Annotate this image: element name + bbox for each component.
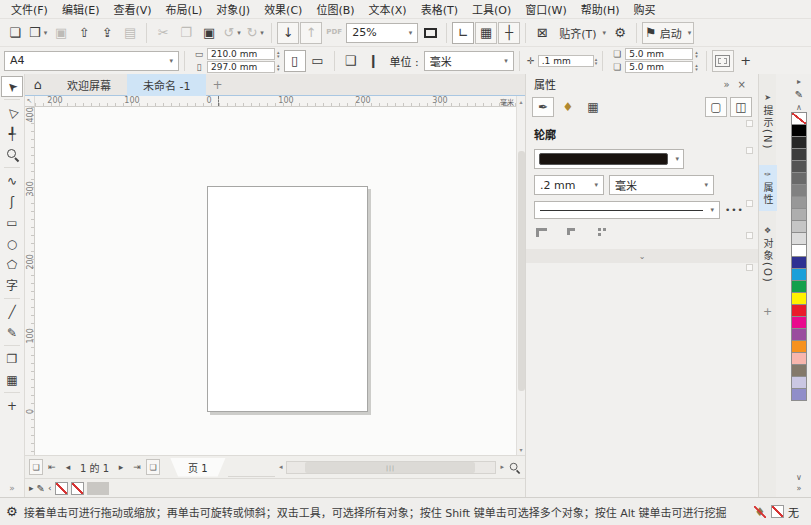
freehand-tool[interactable]: ∿ — [1, 170, 23, 191]
line-style-settings-button[interactable]: ••• — [725, 205, 744, 215]
snap-off[interactable]: ⊠ — [531, 22, 553, 44]
last-page-button[interactable]: ⇥ — [130, 459, 144, 475]
add-docker-button[interactable]: + — [763, 305, 772, 318]
page-width-spinner[interactable]: ▴▾ — [277, 50, 280, 58]
page-tab[interactable]: 页 1 — [170, 458, 226, 477]
duplicate-y-spinner[interactable]: ▴▾ — [695, 63, 698, 71]
palette-scroll-down-icon[interactable]: ∨ — [796, 472, 802, 483]
drop-shadow-tool[interactable]: ❐ — [1, 348, 23, 369]
paste[interactable]: ▣ — [198, 22, 220, 44]
document-palette-scroll[interactable] — [87, 482, 109, 495]
page-size-preset-combo[interactable]: A4 ▾ — [4, 51, 179, 71]
redo[interactable]: ↻▾ — [244, 22, 266, 44]
home-icon[interactable]: ⌂ — [25, 77, 51, 92]
copy[interactable]: ❐ — [175, 22, 197, 44]
fill-section-button[interactable]: ♦ — [557, 97, 579, 117]
dimension-tool[interactable]: ╱ — [1, 301, 23, 322]
undock-icon[interactable]: » — [719, 79, 733, 90]
frame-eye-button[interactable]: ◫ — [730, 97, 752, 117]
palette-color[interactable] — [791, 388, 807, 401]
outline-width-combo[interactable]: .2 mm ▾ — [534, 175, 604, 195]
corner-bevel-button[interactable] — [596, 225, 614, 240]
snap-to-menu[interactable]: 贴齐(T)▾ — [554, 22, 608, 44]
duplicate-y-field[interactable]: 5.0 mm — [625, 61, 693, 73]
menu-edit[interactable]: 编辑(E) — [55, 0, 107, 18]
menu-file[interactable]: 文件(F) — [4, 0, 55, 18]
tab-untitled-1[interactable]: 未命名 -1 — [127, 74, 206, 96]
units-combo[interactable]: 毫米 ▾ — [424, 51, 514, 71]
close-icon[interactable]: × — [734, 79, 750, 90]
zoom-level-combo[interactable]: 25%▾ — [346, 23, 418, 43]
launch-menu[interactable]: ⚑启动▾ — [642, 22, 694, 44]
property-lock[interactable] — [746, 200, 753, 207]
first-page-button[interactable]: ⇤ — [45, 459, 59, 475]
vertical-ruler[interactable]: 4003002001000 — [25, 107, 35, 455]
save[interactable]: ▣ — [50, 22, 72, 44]
customize-add-button[interactable]: + — [735, 50, 757, 72]
line-style-combo[interactable]: ▾ — [534, 201, 720, 219]
nudge-spinner[interactable]: ▴▾ — [595, 57, 598, 65]
outline-color-combo[interactable]: ▾ — [534, 149, 684, 169]
publish-to-pdf[interactable]: PDF — [323, 22, 345, 44]
zoom-to-page-icon[interactable] — [509, 461, 520, 472]
save-to-cloud[interactable]: ⇪ — [96, 22, 118, 44]
cut[interactable]: ✂ — [152, 22, 174, 44]
docker-tab-hints[interactable]: ➤提示(N) — [759, 88, 777, 155]
more-tools-button[interactable]: » — [9, 483, 15, 493]
eyedropper-icon[interactable]: ✎ — [37, 481, 45, 496]
horizontal-scrollbar[interactable]: ||| — [286, 461, 496, 474]
show-grid[interactable]: ▦ — [475, 22, 497, 44]
horizontal-scroll-thumb[interactable]: ||| — [305, 462, 475, 473]
duplicate-x-field[interactable]: 5.0 mm — [625, 48, 693, 60]
polygon-tool[interactable]: ⬠ — [1, 254, 23, 275]
property-lock[interactable] — [746, 264, 753, 271]
undo[interactable]: ↺▾ — [221, 22, 243, 44]
open-document[interactable]: ❒▾ — [27, 22, 49, 44]
menu-text[interactable]: 文本(X) — [362, 0, 414, 18]
menu-buy[interactable]: 购买 — [627, 0, 663, 18]
artistic-media-tool[interactable]: ʃ — [1, 191, 23, 212]
nudge-distance-field[interactable]: .1 mm — [538, 55, 594, 67]
export[interactable]: ↑ — [300, 22, 322, 44]
pick-tool[interactable]: ➤ — [1, 76, 23, 97]
corner-round-button[interactable] — [565, 225, 583, 240]
transparency-tool[interactable]: ▦ — [1, 369, 23, 390]
open-from-cloud[interactable]: ⇧ — [73, 22, 95, 44]
options-gear[interactable]: ⚙ — [609, 22, 631, 44]
menu-help[interactable]: 帮助(H) — [574, 0, 627, 18]
document-swatch-none[interactable] — [71, 482, 84, 495]
vertical-scroll-thumb[interactable] — [518, 151, 525, 391]
scroll-right-button[interactable]: ▸ — [498, 463, 506, 471]
corner-miter-button[interactable] — [534, 225, 552, 240]
status-gear-icon[interactable]: ⚙ — [6, 504, 18, 519]
vertical-scrollbar[interactable]: ▴ ▾ — [516, 96, 525, 455]
menu-object[interactable]: 对象(J) — [209, 0, 257, 18]
menu-table[interactable]: 表格(T) — [414, 0, 465, 18]
wrap-frame-button[interactable]: ▢ — [705, 97, 727, 117]
docker-tab-properties[interactable]: ✑属性 — [759, 165, 777, 211]
next-page-button[interactable]: ▸ — [114, 459, 128, 475]
page[interactable] — [207, 186, 368, 412]
property-lock[interactable] — [746, 120, 753, 127]
outline-section-button[interactable]: ✒ — [532, 97, 554, 117]
property-lock[interactable] — [746, 147, 753, 154]
show-rulers[interactable]: ∟ — [452, 22, 474, 44]
menu-tools[interactable]: 工具(O) — [465, 0, 518, 18]
new-document[interactable]: ❏ — [4, 22, 26, 44]
menu-layout[interactable]: 布局(L) — [159, 0, 210, 18]
page-height-spinner[interactable]: ▴▾ — [277, 63, 280, 71]
palette-flyout-icon[interactable]: ▸ — [797, 76, 801, 87]
drawing-canvas[interactable] — [35, 107, 516, 455]
import[interactable]: ↓ — [277, 22, 299, 44]
menu-effects[interactable]: 效果(C) — [257, 0, 309, 18]
treat-as-filled-button[interactable] — [712, 50, 734, 72]
menu-view[interactable]: 查看(V) — [106, 0, 158, 18]
new-tab-button[interactable]: + — [206, 78, 228, 92]
property-lock[interactable] — [746, 232, 753, 239]
menu-window[interactable]: 窗口(W) — [518, 0, 573, 18]
print[interactable]: ▤ — [119, 22, 141, 44]
docker-tab-objects[interactable]: ❖对象(O) — [759, 221, 777, 289]
scroll-up-icon[interactable]: ▴ — [519, 96, 522, 107]
tab-welcome-screen[interactable]: 欢迎屏幕 — [51, 74, 127, 96]
show-guidelines[interactable]: ┼ — [498, 22, 520, 44]
